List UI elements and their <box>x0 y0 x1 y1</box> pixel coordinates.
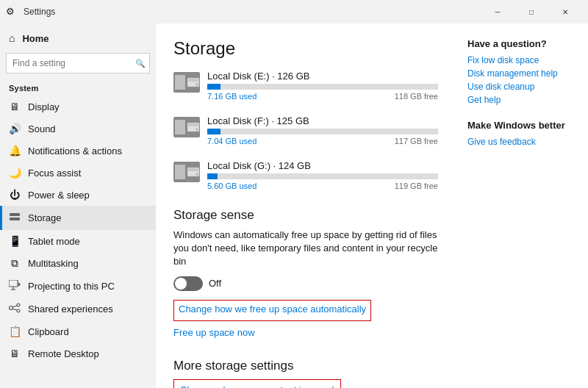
maximize-button[interactable]: □ <box>514 0 548 24</box>
disk-label-e: Local Disk (E:) · 126 GB <box>207 71 438 82</box>
main-content: Storage Local Disk (E:) · 126 GB <box>156 24 456 388</box>
notifications-icon: 🔔 <box>9 145 21 157</box>
display-icon: 🖥 <box>9 101 21 112</box>
sound-icon: 🔊 <box>9 123 21 134</box>
disk-stats-g: 5.60 GB used 119 GB free <box>207 182 438 190</box>
change-content-link[interactable]: Change where new content is saved <box>180 384 334 388</box>
focus-icon: 🌙 <box>9 167 21 179</box>
tablet-icon: 📱 <box>9 235 21 247</box>
search-icon: 🔍 <box>135 59 146 68</box>
svg-rect-0 <box>10 213 20 216</box>
power-icon: ⏻ <box>9 189 21 201</box>
fix-disk-link[interactable]: Fix low disk space <box>467 55 576 65</box>
svg-point-19 <box>196 173 198 176</box>
disk-bar-wrap-f <box>207 129 438 134</box>
disk-bar-wrap-g <box>207 173 438 179</box>
sidebar-item-projecting[interactable]: Projecting to this PC <box>0 275 156 298</box>
disk-used-e: 7.16 GB used <box>207 92 257 101</box>
remote-icon: 🖥 <box>9 348 21 359</box>
disk-free-e: 118 GB free <box>395 92 438 101</box>
storage-sense-toggle[interactable] <box>173 276 203 291</box>
get-help-link[interactable]: Get help <box>467 95 576 105</box>
search-box: 🔍 <box>6 53 150 73</box>
change-link[interactable]: Change how we free up space automaticall… <box>179 303 366 315</box>
disk-label-g: Local Disk (G:) · 124 GB <box>207 160 438 171</box>
disk-icon-f <box>173 117 200 137</box>
disk-info-e: Local Disk (E:) · 126 GB 7.16 GB used 11… <box>207 71 438 101</box>
disk-stats-e: 7.16 GB used 118 GB free <box>207 92 438 101</box>
disk-bar-e <box>207 84 220 90</box>
sidebar-item-label: Remote Desktop <box>28 348 99 359</box>
disk-item-g: Local Disk (G:) · 124 GB 5.60 GB used 11… <box>173 160 438 196</box>
make-better-title: Make Windows better <box>467 120 576 131</box>
storage-icon <box>9 211 21 225</box>
disk-stats-f: 7.04 GB used 117 GB free <box>207 137 438 146</box>
disk-free-f: 117 GB free <box>395 137 438 146</box>
home-icon: ⌂ <box>9 32 15 44</box>
disk-bar-f <box>207 129 220 134</box>
storage-sense-desc: Windows can automatically free up space … <box>173 229 438 269</box>
settings-icon: ⚙ <box>6 6 18 18</box>
more-links-container: Change where new content is saved Manage… <box>180 384 334 388</box>
feedback-link[interactable]: Give us feedback <box>467 137 576 147</box>
svg-rect-12 <box>188 79 198 82</box>
sidebar-item-label: Focus assist <box>28 168 81 179</box>
sidebar-item-label: Notifications & actions <box>28 146 122 157</box>
svg-rect-1 <box>10 218 20 220</box>
svg-rect-15 <box>188 123 198 126</box>
disk-free-g: 119 GB free <box>395 182 438 190</box>
sidebar-item-focus[interactable]: 🌙 Focus assist <box>0 162 156 184</box>
change-link-box: Change how we free up space automaticall… <box>173 300 371 321</box>
svg-point-13 <box>196 84 198 86</box>
system-section-label: System <box>0 79 156 96</box>
disk-info-g: Local Disk (G:) · 124 GB 5.60 GB used 11… <box>207 160 438 190</box>
svg-line-10 <box>12 309 17 310</box>
sidebar-item-power[interactable]: ⏻ Power & sleep <box>0 184 156 206</box>
free-space-link[interactable]: Free up space now <box>173 327 255 338</box>
sidebar: ⌂ Home 🔍 System 🖥 Display 🔊 Sound 🔔 Not <box>0 24 156 388</box>
titlebar-controls: ─ □ ✕ <box>481 0 582 24</box>
multitasking-icon: ⧉ <box>9 257 21 270</box>
disk-icon-g <box>173 162 200 182</box>
sidebar-item-label: Power & sleep <box>28 190 90 201</box>
page-title: Storage <box>173 38 438 59</box>
sidebar-item-tablet[interactable]: 📱 Tablet mode <box>0 230 156 252</box>
disk-item-f: Local Disk (F:) · 125 GB 7.04 GB used 11… <box>173 115 438 151</box>
sidebar-item-clipboard[interactable]: 📋 Clipboard <box>0 320 156 342</box>
window: ⚙ Settings ─ □ ✕ ⌂ Home 🔍 System 🖥 Displ… <box>0 0 588 388</box>
toggle-row: Off <box>173 276 438 291</box>
shared-icon <box>9 303 21 315</box>
sidebar-item-home[interactable]: ⌂ Home <box>0 26 156 50</box>
close-button[interactable]: ✕ <box>548 0 582 24</box>
sidebar-item-notifications[interactable]: 🔔 Notifications & actions <box>0 140 156 162</box>
search-input[interactable] <box>6 53 150 73</box>
sidebar-item-label: Storage <box>28 212 62 223</box>
sidebar-item-sound[interactable]: 🔊 Sound <box>0 118 156 140</box>
disk-bar-g <box>207 173 218 179</box>
titlebar-title: Settings <box>24 7 481 17</box>
sidebar-item-storage[interactable]: Storage <box>0 206 156 230</box>
svg-rect-18 <box>188 168 198 171</box>
toggle-label: Off <box>209 278 221 289</box>
disk-cleanup-link[interactable]: Use disk cleanup <box>467 82 576 92</box>
home-label: Home <box>22 33 49 44</box>
have-question-title: Have a question? <box>467 38 576 49</box>
sidebar-item-multitasking[interactable]: ⧉ Multitasking <box>0 252 156 275</box>
disk-used-g: 5.60 GB used <box>207 182 257 190</box>
sidebar-item-label: Sound <box>28 123 56 134</box>
sidebar-item-label: Projecting to this PC <box>28 281 115 292</box>
minimize-button[interactable]: ─ <box>481 0 514 24</box>
sidebar-item-shared[interactable]: Shared experiences <box>0 298 156 320</box>
svg-point-7 <box>17 303 20 306</box>
disk-management-link[interactable]: Disk management help <box>467 68 576 79</box>
clipboard-icon: 📋 <box>9 326 21 337</box>
sidebar-item-display[interactable]: 🖥 Display <box>0 96 156 118</box>
disk-bar-wrap-e <box>207 84 438 90</box>
sidebar-item-label: Multitasking <box>28 258 79 269</box>
sidebar-item-label: Shared experiences <box>28 303 113 315</box>
disk-item-e: Local Disk (E:) · 126 GB 7.16 GB used 11… <box>173 71 438 107</box>
sidebar-item-label: Tablet mode <box>28 236 80 247</box>
sidebar-item-remote[interactable]: 🖥 Remote Desktop <box>0 342 156 364</box>
more-storage-title: More storage settings <box>173 359 438 373</box>
disk-label-f: Local Disk (F:) · 125 GB <box>207 115 438 126</box>
